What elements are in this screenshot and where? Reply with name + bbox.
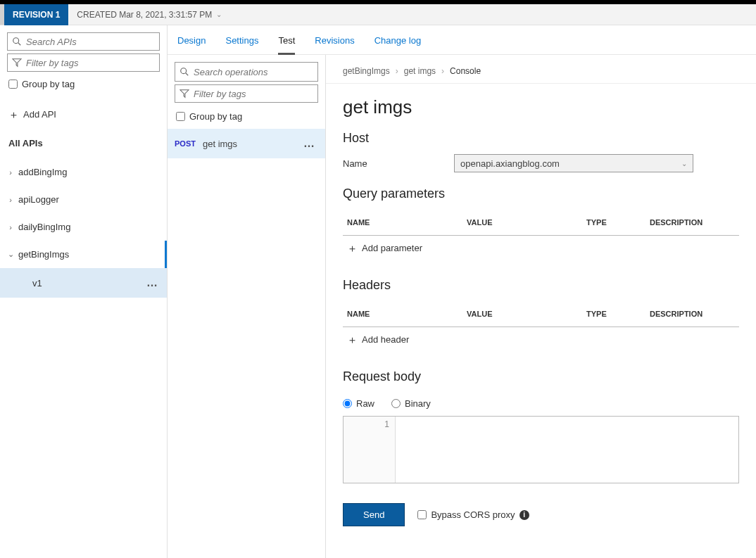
add-header-button[interactable]: ＋ Add header bbox=[347, 334, 409, 345]
api-revision-label: v1 bbox=[32, 278, 42, 288]
host-name-label: Name bbox=[343, 158, 441, 169]
request-body-editor[interactable]: 1 bbox=[343, 416, 739, 483]
host-section-heading: Host bbox=[343, 131, 739, 146]
bypass-cors-text: Bypass CORS proxy bbox=[431, 509, 515, 520]
tab-settings[interactable]: Settings bbox=[225, 25, 258, 54]
search-operations-box[interactable] bbox=[175, 62, 318, 82]
editor-code-area[interactable] bbox=[396, 417, 738, 483]
col-value: VALUE bbox=[462, 210, 582, 236]
bypass-cors-checkbox[interactable] bbox=[417, 510, 427, 519]
col-value: VALUE bbox=[462, 301, 582, 327]
search-operations-input[interactable] bbox=[194, 67, 313, 77]
col-description: DESCRIPTION bbox=[645, 210, 739, 236]
headers-table: NAME VALUE TYPE DESCRIPTION ＋ Add header bbox=[343, 301, 739, 353]
breadcrumb-current: Console bbox=[450, 66, 481, 76]
api-sidebar: Group by tag ＋ Add API All APIs › addBin… bbox=[0, 25, 168, 558]
svg-point-3 bbox=[181, 68, 187, 74]
group-by-tag-apis[interactable]: Group by tag bbox=[7, 75, 160, 96]
search-icon bbox=[12, 37, 22, 46]
body-raw-radio-input[interactable] bbox=[343, 399, 352, 408]
add-api-label: Add API bbox=[23, 109, 56, 120]
add-parameter-button[interactable]: ＋ Add parameter bbox=[347, 243, 422, 253]
body-raw-radio[interactable]: Raw bbox=[343, 398, 374, 409]
send-button[interactable]: Send bbox=[343, 503, 405, 526]
filter-icon bbox=[179, 89, 189, 99]
group-by-tag-apis-checkbox[interactable] bbox=[8, 80, 18, 89]
plus-icon: ＋ bbox=[347, 243, 358, 253]
api-label: getBingImgs bbox=[18, 249, 69, 260]
body-binary-radio[interactable]: Binary bbox=[391, 398, 431, 409]
add-api-button[interactable]: ＋ Add API bbox=[0, 96, 167, 131]
sidebar-item-dailybingimg[interactable]: › dailyBingImg bbox=[0, 213, 167, 241]
tab-changelog[interactable]: Change log bbox=[374, 25, 422, 54]
body-binary-radio-input[interactable] bbox=[391, 399, 401, 408]
request-body-heading: Request body bbox=[343, 369, 739, 384]
col-type: TYPE bbox=[582, 301, 645, 327]
chevron-right-icon: › bbox=[7, 196, 14, 204]
page-title: get imgs bbox=[343, 96, 739, 118]
group-by-tag-operations-checkbox[interactable] bbox=[176, 112, 185, 121]
svg-marker-5 bbox=[180, 90, 189, 98]
test-console: getBingImgs › get imgs › Console get img… bbox=[326, 55, 756, 558]
query-params-table: NAME VALUE TYPE DESCRIPTION ＋ Add parame… bbox=[343, 210, 739, 261]
col-name: NAME bbox=[343, 210, 462, 236]
add-header-label: Add header bbox=[362, 334, 409, 345]
more-icon[interactable]: … bbox=[303, 137, 318, 150]
more-icon[interactable]: … bbox=[146, 277, 158, 289]
sidebar-item-getbingimgs[interactable]: ⌄ getBingImgs bbox=[0, 241, 167, 268]
chevron-down-icon: ⌄ bbox=[216, 11, 222, 18]
col-type: TYPE bbox=[582, 210, 645, 236]
body-binary-label: Binary bbox=[405, 398, 431, 409]
tab-revisions[interactable]: Revisions bbox=[315, 25, 354, 54]
breadcrumb: getBingImgs › get imgs › Console bbox=[343, 62, 739, 79]
editor-gutter: 1 bbox=[344, 417, 396, 483]
group-by-tag-operations[interactable]: Group by tag bbox=[168, 108, 325, 129]
all-apis-heading[interactable]: All APIs bbox=[0, 131, 167, 158]
filter-apis-box[interactable] bbox=[7, 53, 160, 72]
svg-line-1 bbox=[18, 43, 21, 46]
operation-verb: POST bbox=[175, 139, 196, 148]
revision-created-dropdown[interactable]: CREATED Mar 8, 2021, 3:31:57 PM ⌄ bbox=[68, 10, 230, 20]
filter-apis-input[interactable] bbox=[26, 58, 155, 68]
host-select[interactable]: openapi.axiangblog.com ⌄ bbox=[454, 154, 693, 172]
sidebar-item-addbingimg[interactable]: › addBingImg bbox=[0, 158, 167, 186]
operation-name: get imgs bbox=[203, 139, 237, 149]
operation-item-get-imgs[interactable]: POST get imgs … bbox=[168, 129, 325, 158]
chevron-right-icon: › bbox=[441, 66, 444, 76]
api-label: addBingImg bbox=[18, 167, 67, 177]
tab-design[interactable]: Design bbox=[177, 25, 206, 54]
body-raw-label: Raw bbox=[356, 398, 374, 409]
query-params-heading: Query parameters bbox=[343, 186, 739, 201]
col-name: NAME bbox=[343, 301, 462, 327]
sidebar-item-apilogger[interactable]: › apiLogger bbox=[0, 186, 167, 213]
search-apis-box[interactable] bbox=[7, 32, 160, 51]
tab-test[interactable]: Test bbox=[278, 25, 295, 55]
plus-icon: ＋ bbox=[347, 334, 358, 345]
group-by-tag-apis-label: Group by tag bbox=[22, 79, 75, 89]
svg-line-4 bbox=[186, 73, 189, 76]
bypass-cors-checkbox-label[interactable]: Bypass CORS proxy i bbox=[417, 509, 529, 520]
chevron-right-icon: › bbox=[7, 223, 14, 232]
filter-operations-box[interactable] bbox=[175, 84, 318, 103]
info-icon[interactable]: i bbox=[519, 510, 529, 520]
breadcrumb-item[interactable]: getBingImgs bbox=[343, 66, 390, 76]
filter-operations-input[interactable] bbox=[194, 89, 313, 99]
chevron-right-icon: › bbox=[7, 168, 14, 177]
breadcrumb-item[interactable]: get imgs bbox=[404, 66, 436, 76]
revision-badge: REVISION 1 bbox=[4, 4, 68, 25]
sidebar-item-getbingimgs-v1[interactable]: v1 … bbox=[0, 268, 167, 298]
chevron-right-icon: › bbox=[396, 66, 398, 76]
filter-icon bbox=[12, 58, 22, 68]
api-label: dailyBingImg bbox=[18, 222, 70, 232]
operations-panel: Group by tag POST get imgs … bbox=[168, 55, 326, 558]
search-icon bbox=[179, 67, 189, 77]
col-description: DESCRIPTION bbox=[645, 301, 739, 327]
api-label: apiLogger bbox=[18, 194, 59, 205]
svg-marker-2 bbox=[13, 59, 21, 67]
headers-heading: Headers bbox=[343, 278, 739, 293]
host-select-value: openapi.axiangblog.com bbox=[460, 158, 560, 169]
search-apis-input[interactable] bbox=[26, 37, 155, 47]
add-parameter-label: Add parameter bbox=[362, 243, 422, 253]
chevron-down-icon: ⌄ bbox=[681, 160, 687, 167]
revision-created-text: CREATED Mar 8, 2021, 3:31:57 PM bbox=[77, 10, 212, 20]
